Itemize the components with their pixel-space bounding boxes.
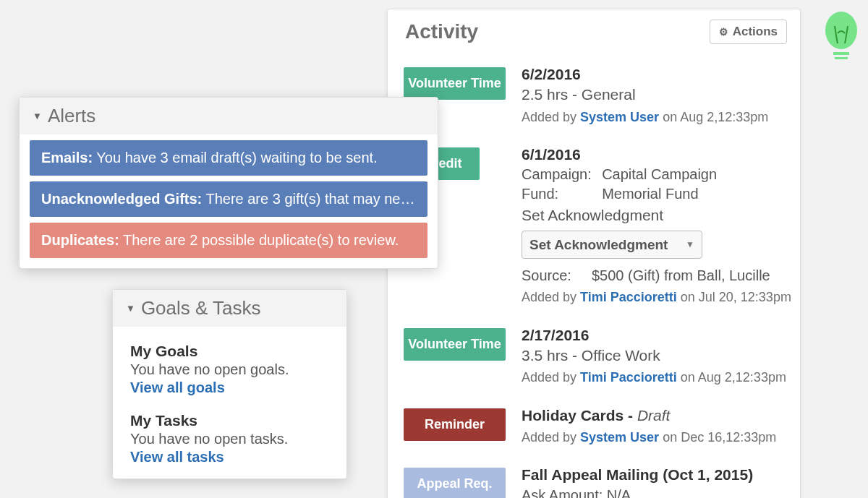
my-goals-text: You have no open goals.: [130, 361, 331, 378]
goals-title: Goals & Tasks: [141, 297, 261, 319]
user-link[interactable]: System User: [580, 430, 659, 445]
activity-tag-volunteer[interactable]: Volunteer Time: [404, 67, 506, 100]
alert-duplicates[interactable]: Duplicates: There are 2 possible duplica…: [30, 223, 427, 258]
view-all-tasks-link[interactable]: View all tasks: [130, 449, 224, 465]
activity-item: Volunteer Time 2/17/2016 3.5 hrs - Offic…: [404, 318, 800, 398]
activity-date: 2/17/2016: [522, 325, 791, 345]
activity-subtitle: 2.5 hrs - General: [522, 85, 791, 105]
chevron-down-icon: ▼: [126, 303, 135, 314]
view-all-goals-link[interactable]: View all goals: [130, 379, 225, 396]
activity-subtitle: 3.5 hrs - Office Work: [522, 345, 791, 366]
actions-label: Actions: [733, 25, 778, 39]
activity-panel: Activity ⚙ Actions Volunteer Time 6/2/20…: [387, 9, 801, 498]
alerts-title: Alerts: [48, 105, 95, 127]
activity-title-line: Holiday Cards - Draft: [522, 405, 791, 426]
my-tasks-text: You have no open tasks.: [130, 431, 331, 447]
activity-title: Activity: [405, 20, 478, 43]
activity-meta: Added by System User on Aug 2,12:33pm: [522, 108, 791, 126]
alert-emails[interactable]: Emails: You have 3 email draft(s) waitin…: [30, 140, 427, 176]
my-tasks-heading: My Tasks: [130, 412, 331, 429]
activity-title-line: Fall Appeal Mailing (Oct 1, 2015): [522, 465, 791, 485]
my-goals-heading: My Goals: [130, 343, 331, 360]
user-link[interactable]: System User: [580, 110, 659, 124]
user-link[interactable]: Timi Paccioretti: [580, 290, 677, 304]
activity-meta: Added by Timi Paccioretti on Aug 2,12:33…: [522, 369, 791, 386]
activity-item: Reminder Holiday Cards - Draft Added by …: [404, 398, 800, 458]
activity-meta: Added by System User on Dec 16,12:33pm: [522, 429, 791, 446]
user-link[interactable]: Timi Paccioretti: [580, 370, 677, 385]
alerts-panel: ▼ Alerts Emails: You have 3 email draft(…: [19, 97, 438, 269]
goals-tasks-panel: ▼ Goals & Tasks My Goals You have no ope…: [112, 289, 347, 479]
activity-date: 6/1/2016: [522, 145, 791, 165]
activity-tag-volunteer[interactable]: Volunteer Time: [404, 328, 506, 361]
alerts-header[interactable]: ▼ Alerts: [20, 98, 438, 134]
activity-tag-reminder[interactable]: Reminder: [404, 408, 506, 441]
activity-date: 6/2/2016: [522, 64, 791, 85]
activity-item: Soft Credit 6/1/2016 Campaign: Capital C…: [404, 137, 800, 318]
actions-button[interactable]: ⚙ Actions: [710, 20, 787, 44]
gear-icon: ⚙: [719, 26, 728, 38]
alert-unack-gifts[interactable]: Unacknowledged Gifts: There are 3 gift(s…: [30, 181, 427, 217]
chevron-down-icon: ▼: [686, 239, 694, 250]
activity-meta: Added by Timi Paccioretti on Jul 20, 12:…: [522, 288, 791, 306]
app-logo: [822, 10, 861, 71]
activity-tag-appeal[interactable]: Appeal Req.: [404, 468, 506, 498]
svg-rect-1: [833, 52, 849, 55]
activity-item: Appeal Req. Fall Appeal Mailing (Oct 1, …: [404, 458, 800, 498]
chevron-down-icon: ▼: [33, 111, 42, 121]
activity-item: Volunteer Time 6/2/2016 2.5 hrs - Genera…: [404, 57, 800, 137]
svg-rect-2: [835, 57, 848, 59]
acknowledgment-select[interactable]: Set Acknowledgment ▼: [522, 231, 702, 259]
goals-header[interactable]: ▼ Goals & Tasks: [113, 290, 346, 327]
